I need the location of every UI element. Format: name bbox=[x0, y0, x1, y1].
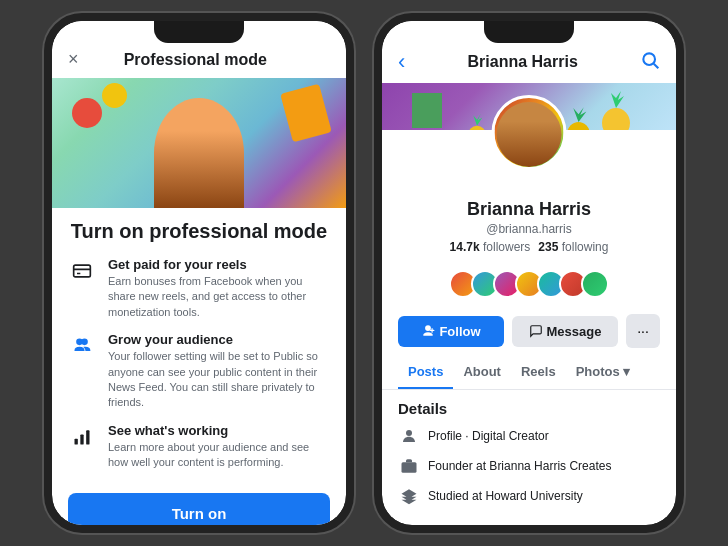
close-icon[interactable]: × bbox=[68, 49, 79, 70]
action-buttons: Follow Message ··· bbox=[382, 306, 676, 356]
hero-decoration-small bbox=[102, 83, 127, 108]
right-screen: ‹ Brianna Harris bbox=[382, 21, 676, 525]
friend-avatar-7 bbox=[581, 270, 609, 298]
followers-count: 14.7k followers bbox=[450, 240, 531, 254]
details-title: Details bbox=[398, 400, 660, 417]
svg-point-6 bbox=[643, 53, 655, 65]
svg-rect-12 bbox=[402, 462, 417, 473]
svg-point-11 bbox=[406, 430, 412, 436]
detail-work: Founder at Brianna Harris Creates bbox=[398, 455, 660, 477]
profile-avatar-wrap bbox=[398, 130, 660, 154]
search-icon[interactable] bbox=[640, 50, 660, 75]
detail-education: Studied at Howard University bbox=[398, 485, 660, 507]
feature-audience: Grow your audience Your follower setting… bbox=[68, 332, 330, 411]
left-phone: × Professional mode Turn on professional… bbox=[44, 13, 354, 533]
hero-person bbox=[154, 98, 244, 208]
feature-analytics: See what's working Learn more about your… bbox=[68, 423, 330, 471]
detail-creator-text: Profile · Digital Creator bbox=[428, 429, 549, 443]
profile-handle: @brianna.harris bbox=[398, 222, 660, 236]
detail-work-text: Founder at Brianna Harris Creates bbox=[428, 459, 611, 473]
phone-notch-right bbox=[484, 21, 574, 43]
details-section: Details Profile · Digital Creator Founde… bbox=[382, 390, 676, 525]
feature-reels-text: Get paid for your reels Earn bonuses fro… bbox=[108, 257, 330, 320]
pineapple-4 bbox=[462, 108, 492, 130]
feature-reels: Get paid for your reels Earn bonuses fro… bbox=[68, 257, 330, 320]
left-screen: × Professional mode Turn on professional… bbox=[52, 21, 346, 525]
tab-posts[interactable]: Posts bbox=[398, 356, 453, 389]
phone-notch bbox=[154, 21, 244, 43]
right-phone: ‹ Brianna Harris bbox=[374, 13, 684, 533]
detail-creator: Profile · Digital Creator bbox=[398, 425, 660, 447]
main-title: Turn on professional mode bbox=[68, 220, 330, 243]
tab-about[interactable]: About bbox=[453, 356, 511, 389]
svg-rect-3 bbox=[75, 438, 78, 444]
feature-audience-text: Grow your audience Your follower setting… bbox=[108, 332, 330, 411]
svg-rect-5 bbox=[86, 430, 89, 444]
work-icon bbox=[398, 455, 420, 477]
following-count: 235 following bbox=[538, 240, 608, 254]
friend-avatars bbox=[382, 270, 676, 298]
detail-education-text: Studied at Howard University bbox=[428, 489, 583, 503]
back-button[interactable]: ‹ bbox=[398, 49, 405, 75]
pineapple-2 bbox=[596, 88, 636, 130]
avatar bbox=[492, 95, 567, 170]
svg-rect-0 bbox=[74, 265, 91, 277]
hero-decoration-rect bbox=[280, 84, 332, 143]
pineapple-3 bbox=[561, 103, 596, 130]
audience-icon bbox=[68, 332, 96, 360]
profile-icon bbox=[398, 425, 420, 447]
pineapple-1 bbox=[412, 93, 442, 128]
money-icon bbox=[68, 257, 96, 285]
left-content: Turn on professional mode Get paid for y… bbox=[52, 208, 346, 525]
hero-decoration-circle bbox=[72, 98, 102, 128]
right-header-title: Brianna Harris bbox=[468, 53, 578, 71]
left-header-title: Professional mode bbox=[124, 51, 267, 69]
profile-tabs: Posts About Reels Photos ▾ bbox=[382, 356, 676, 390]
hero-image bbox=[52, 78, 346, 208]
svg-line-7 bbox=[654, 63, 659, 68]
message-button[interactable]: Message bbox=[512, 316, 618, 347]
tab-reels[interactable]: Reels bbox=[511, 356, 566, 389]
tab-photos[interactable]: Photos ▾ bbox=[566, 356, 641, 389]
turn-on-button[interactable]: Turn on bbox=[68, 493, 330, 525]
follow-button[interactable]: Follow bbox=[398, 316, 504, 347]
feature-analytics-text: See what's working Learn more about your… bbox=[108, 423, 330, 471]
svg-point-9 bbox=[567, 122, 590, 130]
svg-rect-4 bbox=[80, 434, 83, 444]
education-icon bbox=[398, 485, 420, 507]
more-button[interactable]: ··· bbox=[626, 314, 660, 348]
avatar-face bbox=[497, 102, 562, 167]
profile-stats: 14.7k followers 235 following bbox=[398, 240, 660, 254]
analytics-icon bbox=[68, 423, 96, 451]
profile-name: Brianna Harris bbox=[398, 199, 660, 220]
svg-point-8 bbox=[602, 108, 630, 130]
